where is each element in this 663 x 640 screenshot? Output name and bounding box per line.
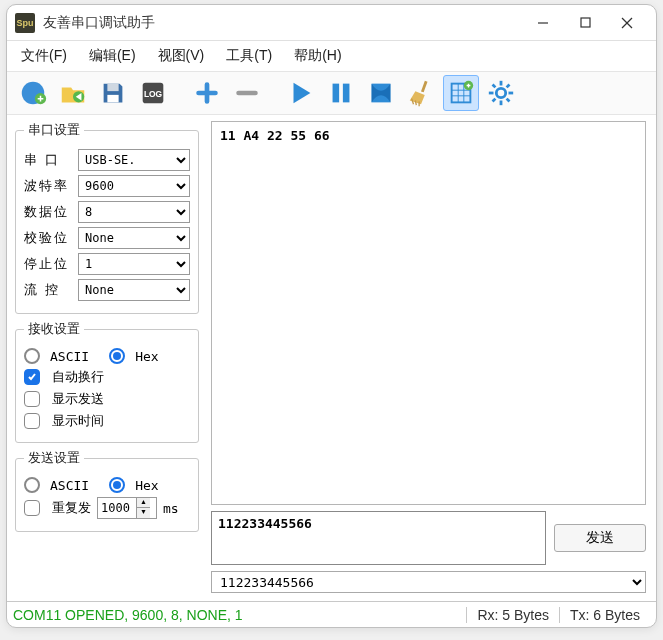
play-icon[interactable] [283, 75, 319, 111]
flag-icon[interactable] [363, 75, 399, 111]
recv-settings-group: 接收设置 ASCII Hex 自动换行 显示发送 [15, 320, 199, 443]
receive-textarea[interactable]: 11 A4 22 55 66 [211, 121, 646, 505]
svg-rect-14 [421, 81, 427, 93]
broom-icon[interactable] [403, 75, 439, 111]
right-panel: 11 A4 22 55 66 112233445566 发送 112233445… [207, 115, 656, 601]
status-tx: Tx: 6 Bytes [559, 607, 650, 623]
parity-label: 校验位 [24, 229, 72, 247]
show-time-label: 显示时间 [52, 412, 104, 430]
spin-up[interactable]: ▲ [136, 498, 150, 508]
log-icon[interactable]: LOG [135, 75, 171, 111]
app-window: Spu 友善串口调试助手 文件(F) 编辑(E) 视图(V) 工具(T) 帮助(… [6, 4, 657, 628]
flow-label: 流 控 [24, 281, 72, 299]
send-legend: 发送设置 [24, 449, 84, 467]
statusbar: COM11 OPENED, 9600, 8, NONE, 1 Rx: 5 Byt… [7, 601, 656, 627]
add-port-icon[interactable] [15, 75, 51, 111]
svg-line-24 [507, 85, 510, 88]
recv-ascii-radio[interactable] [24, 348, 40, 364]
menu-file[interactable]: 文件(F) [15, 43, 73, 69]
send-settings-group: 发送设置 ASCII Hex 重复发 ▲▼ ms [15, 449, 199, 532]
menubar: 文件(F) 编辑(E) 视图(V) 工具(T) 帮助(H) [7, 41, 656, 71]
show-send-checkbox[interactable] [24, 391, 40, 407]
port-label: 串 口 [24, 151, 72, 169]
svg-rect-7 [107, 84, 118, 92]
pause-icon[interactable] [323, 75, 359, 111]
svg-line-25 [493, 99, 496, 102]
auto-wrap-checkbox[interactable] [24, 369, 40, 385]
send-button[interactable]: 发送 [554, 524, 646, 552]
data-select[interactable]: 8 [78, 201, 190, 223]
history-select[interactable]: 112233445566 [211, 571, 646, 593]
flow-select[interactable]: None [78, 279, 190, 301]
repeat-checkbox[interactable] [24, 500, 40, 516]
spin-down[interactable]: ▼ [136, 508, 150, 518]
left-panel: 串口设置 串 口 USB-SE. 波特率 9600 数据位 8 校验位 None [7, 115, 207, 601]
menu-view[interactable]: 视图(V) [152, 43, 211, 69]
svg-text:LOG: LOG [144, 89, 163, 99]
svg-rect-11 [333, 84, 340, 103]
app-icon: Spu [15, 13, 35, 33]
recv-hex-label: Hex [135, 349, 158, 364]
svg-line-23 [507, 99, 510, 102]
stop-label: 停止位 [24, 255, 72, 273]
maximize-button[interactable] [564, 9, 606, 37]
show-send-label: 显示发送 [52, 390, 104, 408]
menu-help[interactable]: 帮助(H) [288, 43, 347, 69]
send-hex-label: Hex [135, 478, 158, 493]
recv-hex-radio[interactable] [109, 348, 125, 364]
serial-settings-group: 串口设置 串 口 USB-SE. 波特率 9600 数据位 8 校验位 None [15, 121, 199, 314]
svg-line-22 [493, 85, 496, 88]
minimize-button[interactable] [522, 9, 564, 37]
minus-icon[interactable] [229, 75, 265, 111]
interval-spinner[interactable]: ▲▼ [97, 497, 157, 519]
window-title: 友善串口调试助手 [43, 14, 522, 32]
stop-select[interactable]: 1 [78, 253, 190, 275]
svg-rect-1 [581, 18, 590, 27]
interval-unit: ms [163, 501, 179, 516]
baud-label: 波特率 [24, 177, 72, 195]
svg-rect-12 [343, 84, 350, 103]
titlebar: Spu 友善串口调试助手 [7, 5, 656, 41]
show-time-checkbox[interactable] [24, 413, 40, 429]
status-rx: Rx: 5 Bytes [466, 607, 559, 623]
open-folder-icon[interactable] [55, 75, 91, 111]
send-ascii-label: ASCII [50, 478, 89, 493]
menu-edit[interactable]: 编辑(E) [83, 43, 142, 69]
recv-legend: 接收设置 [24, 320, 84, 338]
send-ascii-radio[interactable] [24, 477, 40, 493]
parity-select[interactable]: None [78, 227, 190, 249]
save-icon[interactable] [95, 75, 131, 111]
close-button[interactable] [606, 9, 648, 37]
toolbar: LOG [7, 71, 656, 115]
svg-point-17 [496, 88, 505, 97]
serial-legend: 串口设置 [24, 121, 84, 139]
data-label: 数据位 [24, 203, 72, 221]
interval-input[interactable] [98, 501, 136, 515]
send-hex-radio[interactable] [109, 477, 125, 493]
port-select[interactable]: USB-SE. [78, 149, 190, 171]
menu-tools[interactable]: 工具(T) [220, 43, 278, 69]
grid-icon[interactable] [443, 75, 479, 111]
svg-rect-8 [107, 95, 118, 103]
send-textarea[interactable]: 112233445566 [211, 511, 546, 565]
auto-wrap-label: 自动换行 [52, 368, 104, 386]
plus-icon[interactable] [189, 75, 225, 111]
recv-ascii-label: ASCII [50, 349, 89, 364]
status-connection: COM11 OPENED, 9600, 8, NONE, 1 [13, 607, 466, 623]
gear-icon[interactable] [483, 75, 519, 111]
baud-select[interactable]: 9600 [78, 175, 190, 197]
repeat-label: 重复发 [52, 499, 91, 517]
